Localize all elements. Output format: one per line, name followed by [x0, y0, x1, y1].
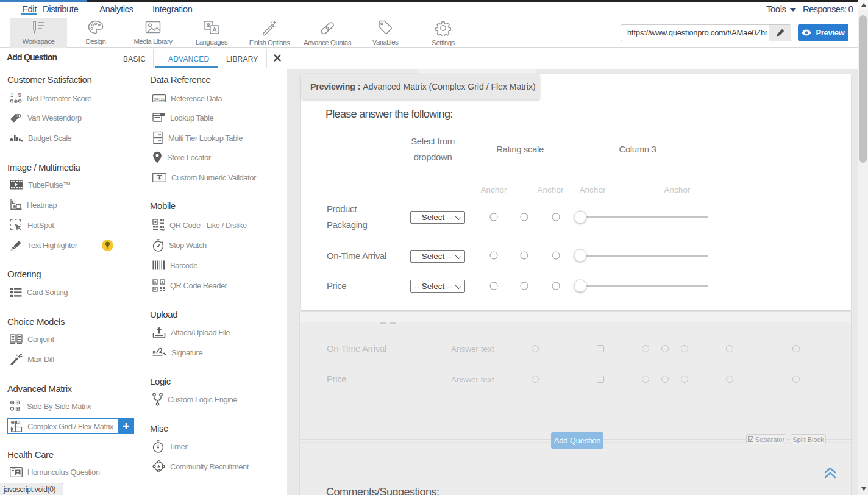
svg-text:94122: 94122	[154, 96, 166, 101]
svg-text:5: 5	[18, 92, 21, 98]
svg-text:1: 1	[10, 92, 13, 98]
